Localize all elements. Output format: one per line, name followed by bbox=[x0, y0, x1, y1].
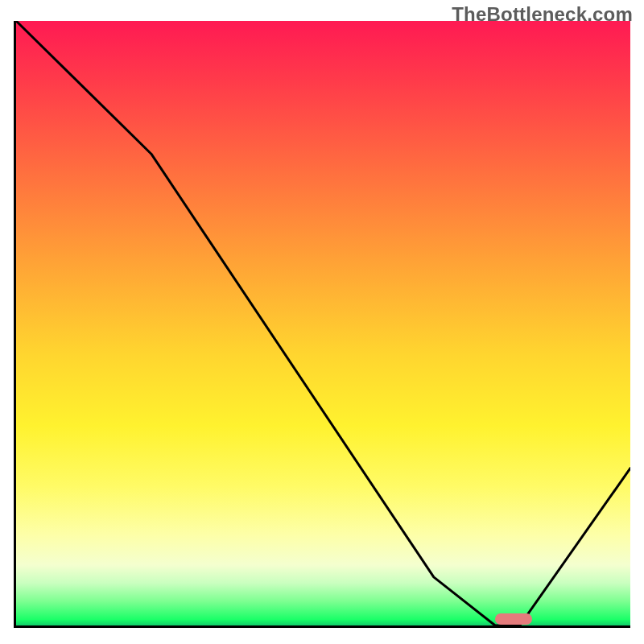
line-curve bbox=[16, 21, 630, 625]
series-bottleneck-curve bbox=[16, 21, 630, 625]
plot-area bbox=[16, 21, 630, 625]
optimal-marker bbox=[495, 613, 532, 625]
chart-stage: TheBottleneck.com bbox=[0, 0, 644, 644]
watermark-text: TheBottleneck.com bbox=[452, 3, 633, 26]
